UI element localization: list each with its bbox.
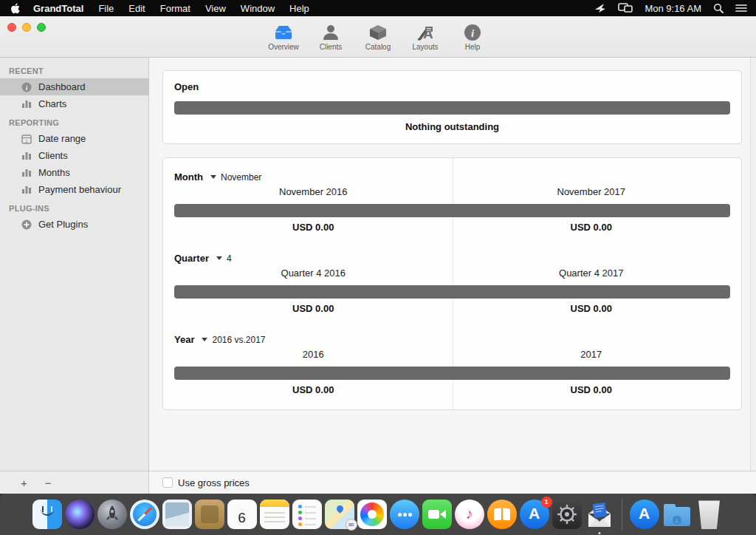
quarter-value-right: USD 0.00	[453, 303, 731, 314]
sidebar-section-plugins: PLUG-INS	[0, 198, 148, 216]
sidebar-item-months[interactable]: Months	[0, 164, 148, 181]
desktop: GrandTotal File Edit Format View Window …	[0, 0, 756, 535]
dock-divider	[622, 498, 622, 531]
menu-edit[interactable]: Edit	[128, 3, 145, 14]
use-gross-prices-checkbox[interactable]	[162, 477, 173, 488]
sidebar-item-clients[interactable]: Clients	[0, 147, 148, 164]
toolbar-help-label: Help	[465, 43, 481, 51]
toolbar-clients-label: Clients	[320, 43, 343, 51]
mail-dock-icon[interactable]	[162, 500, 192, 529]
menu-format[interactable]: Format	[160, 3, 190, 14]
open-panel: Open Nothing outstanding	[162, 70, 742, 144]
sidebar-item-charts[interactable]: Charts	[0, 95, 148, 112]
sidebar-item-label: Payment behaviour	[38, 184, 121, 195]
package-box-icon	[368, 19, 388, 41]
bar-chart-icon	[21, 167, 32, 178]
quarter-col-title-right: Quarter 4 2017	[453, 268, 731, 279]
sidebar-item-date-range[interactable]: 1 Date range	[0, 130, 148, 147]
dock: NOV 6 3D ♪ A 1 A ↓	[0, 494, 756, 535]
quarter-section-label: Quarter	[174, 253, 209, 264]
sidebar-item-label: Clients	[38, 150, 68, 161]
brush-letter-icon: A	[416, 19, 435, 41]
downloads-folder-dock-icon[interactable]: ↓	[662, 500, 692, 529]
quarter-comparison-bar	[174, 285, 730, 299]
reminders-dock-icon[interactable]	[292, 500, 322, 529]
quarter-value-left: USD 0.00	[174, 303, 453, 314]
launchpad-dock-icon[interactable]	[97, 500, 127, 529]
month-col-title-left: November 2016	[174, 186, 453, 197]
open-panel-title: Open	[174, 81, 730, 92]
displays-icon[interactable]	[618, 3, 633, 13]
comparison-panel: Month November November 2016 November 20…	[162, 157, 742, 410]
scrollbar-track[interactable]	[750, 58, 756, 471]
dropdown-arrow-icon	[210, 175, 216, 179]
menu-bar: GrandTotal File Edit Format View Window …	[0, 0, 756, 16]
sidebar-item-payment-behaviour[interactable]: Payment behaviour	[0, 181, 148, 198]
ibooks-dock-icon[interactable]	[487, 500, 517, 529]
svg-text:1: 1	[25, 138, 28, 143]
facetime-dock-icon[interactable]	[422, 500, 452, 529]
toolbar-overview[interactable]: Overview	[264, 19, 303, 51]
toolbar-catalog-label: Catalog	[365, 43, 391, 51]
safari-dock-icon[interactable]	[130, 500, 159, 529]
maps-dock-icon[interactable]: 3D	[325, 500, 354, 529]
launcher-icon[interactable]	[594, 3, 606, 13]
sidebar-item-label: Charts	[38, 98, 66, 109]
year-selector[interactable]: 2016 vs.2017	[212, 335, 265, 345]
app-store-badge: 1	[541, 497, 552, 508]
finder-dock-icon[interactable]	[32, 500, 62, 529]
footer-bar: + − Use gross prices	[0, 471, 756, 494]
menu-clock[interactable]: Mon 9:16 AM	[645, 3, 701, 14]
app-store-alt-dock-icon[interactable]: A	[630, 500, 659, 529]
system-preferences-dock-icon[interactable]	[552, 500, 582, 529]
app-store-dock-icon[interactable]: A 1	[520, 500, 549, 529]
siri-dock-icon[interactable]	[65, 500, 94, 529]
main-content: Open Nothing outstanding Month November	[149, 58, 756, 471]
year-comparison-bar	[174, 367, 730, 380]
remove-button[interactable]: −	[45, 477, 52, 488]
sidebar: RECENT i Dashboard Charts REPORTING	[0, 58, 149, 471]
calendar-dock-icon[interactable]: NOV 6	[227, 500, 257, 529]
bar-chart-icon	[21, 184, 32, 195]
year-section-label: Year	[174, 334, 194, 345]
open-panel-message: Nothing outstanding	[174, 121, 730, 132]
download-arrow-icon: ↓	[673, 516, 681, 525]
inbox-tray-icon	[273, 19, 294, 41]
year-value-left: USD 0.00	[174, 384, 453, 395]
calendar-day: 6	[227, 508, 257, 529]
toolbar-catalog[interactable]: Catalog	[359, 19, 397, 51]
sidebar-item-dashboard[interactable]: i Dashboard	[0, 78, 148, 95]
notification-list-icon[interactable]	[735, 4, 747, 13]
app-menu-title[interactable]: GrandTotal	[33, 3, 83, 14]
messages-dock-icon[interactable]	[390, 500, 419, 529]
toolbar-clients[interactable]: Clients	[312, 19, 350, 51]
open-progress-bar	[174, 101, 730, 115]
notes-dock-icon[interactable]	[260, 500, 289, 529]
toolbar-layouts[interactable]: A Layouts	[406, 19, 444, 51]
grandtotal-dock-icon[interactable]	[585, 500, 614, 529]
photos-dock-icon[interactable]	[357, 500, 387, 529]
sidebar-item-get-plugins[interactable]: Get Plugins	[0, 216, 148, 233]
itunes-dock-icon[interactable]: ♪	[455, 500, 484, 529]
month-comparison-bar	[174, 204, 730, 217]
add-button[interactable]: +	[21, 477, 27, 488]
maps-3d-badge: 3D	[346, 519, 357, 531]
menu-help[interactable]: Help	[289, 3, 309, 14]
toolbar-layouts-label: Layouts	[412, 43, 438, 51]
year-value-right: USD 0.00	[453, 384, 731, 395]
menu-window[interactable]: Window	[241, 3, 275, 14]
quarter-selector[interactable]: 4	[227, 253, 232, 264]
toolbar-help[interactable]: i Help	[453, 19, 492, 51]
app-store-glyph: A	[639, 505, 650, 522]
year-col-title-left: 2016	[174, 349, 453, 360]
month-selector[interactable]: November	[221, 172, 261, 183]
search-icon[interactable]	[713, 3, 724, 13]
toolbar-overview-label: Overview	[268, 43, 299, 51]
menu-file[interactable]: File	[98, 3, 114, 14]
menu-view[interactable]: View	[205, 3, 226, 14]
apple-menu-icon[interactable]	[10, 3, 20, 14]
sidebar-section-recent: RECENT	[0, 61, 148, 78]
trash-dock-icon[interactable]	[695, 500, 724, 529]
sidebar-item-label: Months	[38, 167, 70, 178]
contacts-dock-icon[interactable]	[195, 500, 224, 529]
